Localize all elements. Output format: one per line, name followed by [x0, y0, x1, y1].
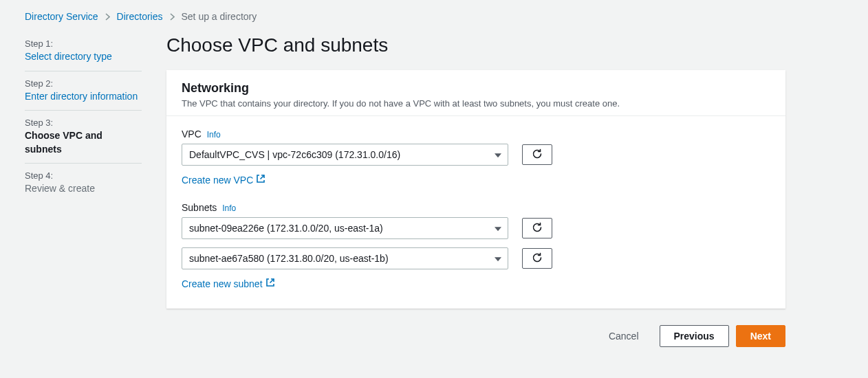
step-title: Review & create: [25, 182, 142, 196]
subnet-2-select[interactable]: subnet-ae67a580 (172.31.80.0/20, us-east…: [182, 247, 508, 269]
subnets-group: Subnets Info subnet-09ea226e (172.31.0.0…: [182, 202, 770, 289]
vpc-group: VPC Info DefaultVPC_CVS | vpc-72c6c309 (…: [182, 129, 770, 186]
refresh-vpc-button[interactable]: [522, 144, 552, 165]
step-label: Step 2:: [25, 78, 142, 89]
wizard-footer: Cancel Previous Next: [166, 325, 785, 347]
step-title[interactable]: Enter directory information: [25, 90, 142, 104]
step-1[interactable]: Step 1: Select directory type: [25, 32, 142, 71]
refresh-icon: [532, 148, 543, 162]
step-label: Step 4:: [25, 170, 142, 181]
breadcrumb-parent[interactable]: Directories: [117, 11, 163, 22]
wizard-steps: Step 1: Select directory type Step 2: En…: [25, 32, 142, 347]
subnet-1-select-wrap: subnet-09ea226e (172.31.0.0/20, us-east-…: [182, 217, 508, 239]
refresh-icon: [532, 252, 543, 265]
panel-heading: Networking: [182, 81, 770, 96]
step-label: Step 3:: [25, 118, 142, 128]
step-3[interactable]: Step 3: Choose VPC and subnets: [25, 111, 142, 164]
refresh-subnet-2-button[interactable]: [522, 248, 552, 269]
vpc-select-wrap: DefaultVPC_CVS | vpc-72c6c309 (172.31.0.…: [182, 144, 508, 166]
subnets-label: Subnets: [182, 202, 217, 213]
refresh-icon: [532, 222, 543, 235]
vpc-select[interactable]: DefaultVPC_CVS | vpc-72c6c309 (172.31.0.…: [182, 144, 508, 166]
step-2[interactable]: Step 2: Enter directory information: [25, 71, 142, 111]
vpc-info-link[interactable]: Info: [207, 130, 221, 140]
subnet-1-select[interactable]: subnet-09ea226e (172.31.0.0/20, us-east-…: [182, 217, 508, 239]
breadcrumb-root[interactable]: Directory Service: [25, 11, 98, 22]
cancel-button[interactable]: Cancel: [595, 325, 653, 347]
external-link-icon: [256, 174, 265, 186]
vpc-label: VPC: [182, 129, 202, 140]
create-vpc-text: Create new VPC: [182, 175, 253, 186]
page-title: Choose VPC and subnets: [166, 34, 785, 56]
external-link-icon: [265, 278, 275, 289]
main-content: Choose VPC and subnets Networking The VP…: [166, 32, 785, 347]
previous-button[interactable]: Previous: [660, 325, 729, 347]
networking-panel: Networking The VPC that contains your di…: [166, 70, 785, 309]
step-label: Step 1:: [25, 38, 142, 49]
chevron-right-icon: [170, 13, 175, 21]
create-subnet-text: Create new subnet: [182, 278, 263, 289]
create-subnet-link[interactable]: Create new subnet: [182, 278, 275, 289]
step-4: Step 4: Review & create: [25, 164, 142, 203]
subnet-2-select-wrap: subnet-ae67a580 (172.31.80.0/20, us-east…: [182, 247, 508, 269]
refresh-subnet-1-button[interactable]: [522, 218, 552, 238]
step-title[interactable]: Choose VPC and subnets: [25, 129, 142, 156]
create-vpc-link[interactable]: Create new VPC: [182, 174, 265, 186]
chevron-right-icon: [105, 13, 110, 21]
subnets-info-link[interactable]: Info: [222, 203, 236, 213]
breadcrumb: Directory Service Directories Set up a d…: [12, 7, 856, 32]
breadcrumb-current: Set up a directory: [182, 11, 257, 22]
next-button[interactable]: Next: [736, 325, 785, 347]
panel-description: The VPC that contains your directory. If…: [182, 98, 770, 109]
step-title[interactable]: Select directory type: [25, 50, 142, 64]
